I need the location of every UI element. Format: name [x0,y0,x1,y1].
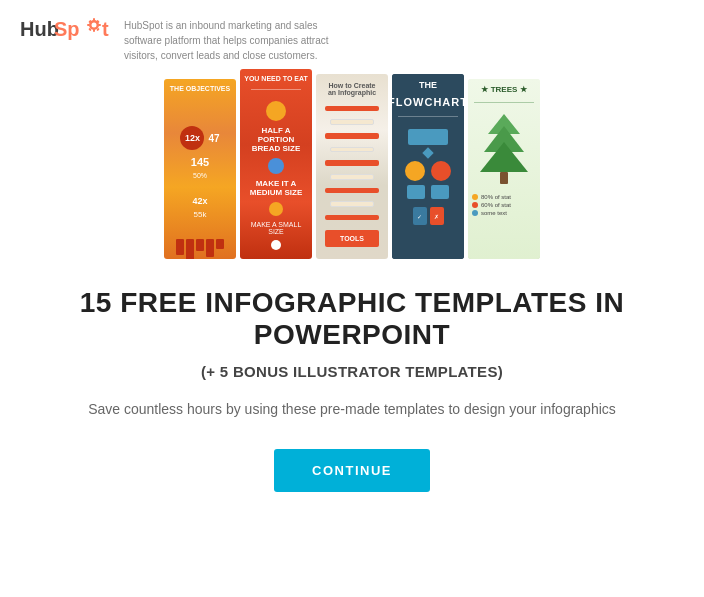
infographic-card-2: YOU NEED TO EAT HALF A PORTION BREAD SIZ… [240,69,312,259]
svg-text:Sp: Sp [54,18,80,40]
main-content: 15 FREE INFOGRAPHIC TEMPLATES IN POWERPO… [0,277,704,512]
infographic-card-5: ★ TREES ★ 80% of stat 60% of stat [468,79,540,259]
header: Hub Sp t HubSpot is an inbound marketing… [0,0,704,77]
infographics-section: THE OBJECTIVES 12x 47 145 50% 42x 55k [0,77,704,277]
svg-rect-7 [98,24,101,26]
infographic-card-3: How to Createan Infographic TOOLS [316,74,388,259]
hubspot-logo: Hub Sp t [20,14,110,42]
infographic-card-1: THE OBJECTIVES 12x 47 145 50% 42x 55k [164,79,236,259]
logo: Hub Sp t [20,14,110,42]
infographic-card-4: THE FLOWCHART ✓ ✗ [392,74,464,259]
main-title: 15 FREE INFOGRAPHIC TEMPLATES IN POWERPO… [60,287,644,351]
svg-point-3 [92,23,97,28]
continue-button[interactable]: CONTINUE [274,449,430,492]
description: Save countless hours by using these pre-… [60,398,644,420]
svg-rect-4 [93,18,95,21]
svg-rect-5 [93,29,95,32]
svg-text:t: t [102,18,109,40]
header-description: HubSpot is an inbound marketing and sale… [124,14,344,63]
svg-rect-6 [87,24,90,26]
button-container: CONTINUE [60,449,644,492]
sub-title: (+ 5 BONUS ILLUSTRATOR TEMPLATES) [60,363,644,380]
